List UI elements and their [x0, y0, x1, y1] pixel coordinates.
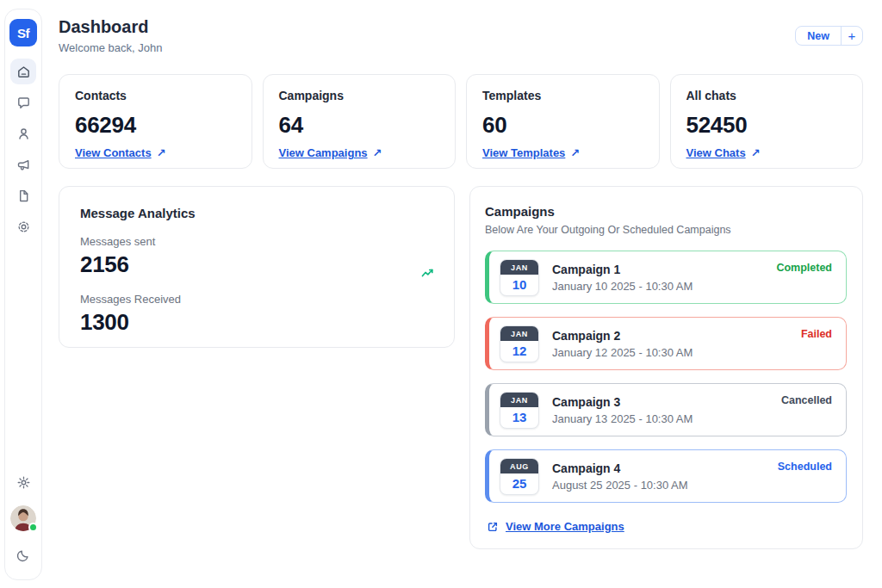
- sidebar-nav: [10, 59, 36, 239]
- stat-value: 60: [482, 112, 643, 139]
- campaign-text: Campaign 4 August 25 2025 - 10:30 AM: [552, 461, 688, 492]
- view-more-label: View More Campaigns: [506, 520, 624, 533]
- analytics-title: Message Analytics: [80, 206, 433, 220]
- campaign-name: Campaign 4: [552, 461, 688, 475]
- date-month: AUG: [500, 459, 538, 473]
- campaign-datetime: January 13 2025 - 10:30 AM: [552, 412, 693, 425]
- campaign-text: Campaign 3 January 13 2025 - 10:30 AM: [552, 395, 693, 425]
- date-month: JAN: [500, 260, 538, 275]
- status-badge: Scheduled: [778, 461, 832, 473]
- support-icon: [16, 219, 32, 235]
- campaign-datetime: January 10 2025 - 10:30 AM: [552, 280, 693, 293]
- arrow-up-right-icon: ↗: [570, 146, 580, 159]
- stat-label: Templates: [482, 89, 643, 102]
- messages-received-value: 1300: [80, 309, 433, 336]
- contacts-icon: [16, 126, 32, 142]
- view-contacts-link[interactable]: View Contacts ↗: [75, 146, 236, 159]
- campaign-text: Campaign 2 January 12 2025 - 10:30 AM: [552, 329, 693, 359]
- status-badge: Completed: [776, 262, 832, 274]
- messages-received-label: Messages Received: [80, 293, 433, 306]
- page-subtitle: Welcome back, John: [59, 41, 162, 54]
- new-button[interactable]: New: [796, 27, 841, 45]
- link-label: View Templates: [482, 146, 565, 159]
- sidebar-item-campaigns[interactable]: [10, 152, 36, 177]
- new-split-button: New +: [795, 26, 863, 46]
- arrow-up-right-icon: ↗: [751, 146, 761, 159]
- stat-card-campaigns: Campaigns 64 View Campaigns ↗: [263, 74, 457, 169]
- main-content: Dashboard Welcome back, John New + Conta…: [59, 17, 863, 549]
- message-analytics-card: Message Analytics Messages sent 2156 Mes…: [59, 186, 455, 348]
- campaign-name: Campaign 1: [552, 263, 693, 276]
- stat-value: 66294: [75, 112, 236, 139]
- campaign-name: Campaign 2: [552, 329, 693, 343]
- arrow-up-right-icon: ↗: [157, 146, 166, 159]
- date-day: 13: [500, 407, 538, 428]
- view-templates-link[interactable]: View Templates ↗: [482, 146, 643, 159]
- campaigns-subtitle: Below Are Your Outgoing Or Scheduled Cam…: [485, 224, 847, 236]
- campaign-text: Campaign 1 January 10 2025 - 10:30 AM: [552, 263, 693, 293]
- messages-sent-label: Messages sent: [80, 235, 433, 248]
- link-label: View Contacts: [75, 146, 152, 159]
- chat-icon: [16, 95, 32, 111]
- messages-sent-value: 2156: [80, 251, 433, 278]
- dashboard-page: Sf: [0, 0, 882, 588]
- view-chats-link[interactable]: View Chats ↗: [686, 146, 848, 159]
- stat-label: Campaigns: [279, 89, 440, 102]
- date-day: 10: [500, 275, 538, 295]
- user-avatar[interactable]: [10, 505, 36, 531]
- home-icon: [16, 64, 32, 80]
- date-day: 25: [500, 473, 538, 494]
- stats-row: Contacts 66294 View Contacts ↗ Campaigns…: [59, 74, 863, 169]
- moon-icon: [16, 547, 32, 563]
- campaign-datetime: August 25 2025 - 10:30 AM: [552, 479, 688, 492]
- new-plus-button[interactable]: +: [841, 27, 862, 45]
- settings-button[interactable]: [10, 469, 36, 495]
- sidebar: Sf: [4, 9, 42, 580]
- date-badge: AUG 25: [500, 458, 539, 495]
- sidebar-item-contacts[interactable]: [10, 121, 36, 146]
- page-title: Dashboard: [59, 17, 162, 37]
- campaign-row-4[interactable]: AUG 25 Campaign 4 August 25 2025 - 10:30…: [485, 449, 847, 503]
- external-link-icon: [487, 521, 499, 533]
- date-month: JAN: [500, 326, 538, 341]
- stat-label: All chats: [686, 89, 848, 102]
- link-label: View Chats: [686, 146, 746, 159]
- status-badge: Failed: [801, 328, 832, 340]
- templates-document-icon: [16, 188, 32, 204]
- status-badge: Cancelled: [781, 394, 832, 406]
- campaigns-megaphone-icon: [16, 157, 32, 173]
- campaign-row-2[interactable]: JAN 12 Campaign 2 January 12 2025 - 10:3…: [485, 317, 847, 370]
- stat-card-all-chats: All chats 52450 View Chats ↗: [670, 74, 864, 169]
- date-badge: JAN 12: [500, 325, 539, 362]
- link-label: View Campaigns: [279, 146, 368, 159]
- sidebar-item-support[interactable]: [10, 214, 36, 239]
- campaign-name: Campaign 3: [552, 395, 693, 409]
- gear-icon: [16, 474, 32, 491]
- app-logo[interactable]: Sf: [9, 19, 37, 46]
- campaign-datetime: January 12 2025 - 10:30 AM: [552, 346, 693, 359]
- stat-label: Contacts: [75, 89, 236, 102]
- stat-card-contacts: Contacts 66294 View Contacts ↗: [59, 74, 252, 169]
- campaign-row-1[interactable]: JAN 10 Campaign 1 January 10 2025 - 10:3…: [485, 251, 847, 304]
- stat-card-templates: Templates 60 View Templates ↗: [466, 74, 660, 169]
- view-campaigns-link[interactable]: View Campaigns ↗: [279, 146, 440, 159]
- campaign-row-3[interactable]: JAN 13 Campaign 3 January 13 2025 - 10:3…: [485, 383, 847, 436]
- sidebar-item-chats[interactable]: [10, 90, 36, 115]
- page-header: Dashboard Welcome back, John New +: [59, 17, 863, 54]
- trending-up-icon: [420, 266, 435, 284]
- theme-toggle[interactable]: [10, 542, 36, 567]
- sidebar-item-templates[interactable]: [10, 183, 36, 208]
- view-more-campaigns-link[interactable]: View More Campaigns: [485, 520, 847, 533]
- online-status-dot: [28, 523, 38, 532]
- sidebar-item-home[interactable]: [10, 59, 36, 84]
- sidebar-bottom: [10, 469, 36, 567]
- second-row: Message Analytics Messages sent 2156 Mes…: [59, 186, 863, 549]
- campaigns-title: Campaigns: [485, 204, 847, 219]
- date-day: 12: [500, 341, 538, 362]
- date-badge: JAN 13: [500, 392, 539, 429]
- date-month: JAN: [500, 393, 538, 407]
- campaign-list: JAN 10 Campaign 1 January 10 2025 - 10:3…: [485, 251, 847, 503]
- stat-value: 64: [279, 112, 440, 139]
- date-badge: JAN 10: [500, 259, 539, 296]
- arrow-up-right-icon: ↗: [373, 146, 382, 159]
